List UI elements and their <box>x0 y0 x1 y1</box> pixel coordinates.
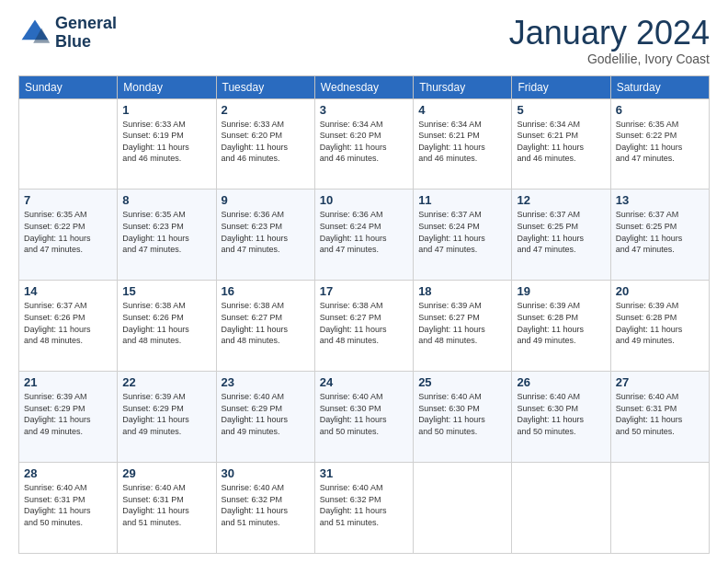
day-number: 9 <box>222 193 310 207</box>
day-info: Sunrise: 6:40 AM Sunset: 6:31 PM Dayligh… <box>122 482 210 528</box>
week-row-5: 28Sunrise: 6:40 AM Sunset: 6:31 PM Dayli… <box>19 463 710 554</box>
day-info: Sunrise: 6:37 AM Sunset: 6:24 PM Dayligh… <box>418 209 506 255</box>
table-row: 12Sunrise: 6:37 AM Sunset: 6:25 PM Dayli… <box>512 190 610 281</box>
table-row: 21Sunrise: 6:39 AM Sunset: 6:29 PM Dayli… <box>19 372 118 463</box>
table-row: 8Sunrise: 6:35 AM Sunset: 6:23 PM Daylig… <box>118 190 216 281</box>
table-row: 7Sunrise: 6:35 AM Sunset: 6:22 PM Daylig… <box>19 190 118 281</box>
table-row: 4Sunrise: 6:34 AM Sunset: 6:21 PM Daylig… <box>414 98 512 190</box>
day-info: Sunrise: 6:38 AM Sunset: 6:27 PM Dayligh… <box>222 300 310 346</box>
logo-line1: General <box>55 15 117 33</box>
table-row: 3Sunrise: 6:34 AM Sunset: 6:20 PM Daylig… <box>314 98 413 190</box>
day-info: Sunrise: 6:39 AM Sunset: 6:28 PM Dayligh… <box>517 300 605 346</box>
day-number: 28 <box>24 466 112 480</box>
table-row: 5Sunrise: 6:34 AM Sunset: 6:21 PM Daylig… <box>512 98 610 190</box>
table-row: 27Sunrise: 6:40 AM Sunset: 6:31 PM Dayli… <box>610 372 709 463</box>
table-row: 15Sunrise: 6:38 AM Sunset: 6:26 PM Dayli… <box>118 281 216 372</box>
day-number: 15 <box>122 284 210 298</box>
week-row-1: 1Sunrise: 6:33 AM Sunset: 6:19 PM Daylig… <box>19 98 710 190</box>
day-number: 26 <box>517 375 605 389</box>
col-thursday: Thursday <box>414 75 512 98</box>
day-number: 31 <box>320 466 408 480</box>
table-row <box>610 463 709 554</box>
table-row: 13Sunrise: 6:37 AM Sunset: 6:25 PM Dayli… <box>610 190 709 281</box>
day-info: Sunrise: 6:33 AM Sunset: 6:20 PM Dayligh… <box>222 119 310 165</box>
table-row: 23Sunrise: 6:40 AM Sunset: 6:29 PM Dayli… <box>216 372 314 463</box>
table-row: 22Sunrise: 6:39 AM Sunset: 6:29 PM Dayli… <box>118 372 216 463</box>
table-row: 31Sunrise: 6:40 AM Sunset: 6:32 PM Dayli… <box>314 463 413 554</box>
day-info: Sunrise: 6:40 AM Sunset: 6:30 PM Dayligh… <box>517 391 605 437</box>
day-info: Sunrise: 6:39 AM Sunset: 6:28 PM Dayligh… <box>616 300 704 346</box>
header: General Blue January 2024 Godelilie, Ivo… <box>18 15 710 66</box>
day-info: Sunrise: 6:38 AM Sunset: 6:26 PM Dayligh… <box>122 300 210 346</box>
day-number: 29 <box>122 466 210 480</box>
day-info: Sunrise: 6:38 AM Sunset: 6:27 PM Dayligh… <box>320 300 408 346</box>
day-number: 11 <box>418 193 506 207</box>
day-info: Sunrise: 6:40 AM Sunset: 6:32 PM Dayligh… <box>222 482 310 528</box>
day-info: Sunrise: 6:35 AM Sunset: 6:22 PM Dayligh… <box>24 209 112 255</box>
day-number: 19 <box>517 284 605 298</box>
day-number: 24 <box>320 375 408 389</box>
table-row: 29Sunrise: 6:40 AM Sunset: 6:31 PM Dayli… <box>118 463 216 554</box>
table-row: 20Sunrise: 6:39 AM Sunset: 6:28 PM Dayli… <box>610 281 709 372</box>
table-row: 28Sunrise: 6:40 AM Sunset: 6:31 PM Dayli… <box>19 463 118 554</box>
col-wednesday: Wednesday <box>314 75 413 98</box>
day-number: 18 <box>418 284 506 298</box>
col-monday: Monday <box>118 75 216 98</box>
day-info: Sunrise: 6:40 AM Sunset: 6:31 PM Dayligh… <box>616 391 704 437</box>
month-title: January 2024 <box>509 15 710 52</box>
day-info: Sunrise: 6:40 AM Sunset: 6:32 PM Dayligh… <box>320 482 408 528</box>
day-number: 27 <box>616 375 704 389</box>
header-row: Sunday Monday Tuesday Wednesday Thursday… <box>19 75 710 98</box>
table-row <box>512 463 610 554</box>
page: General Blue January 2024 Godelilie, Ivo… <box>0 0 728 563</box>
col-tuesday: Tuesday <box>216 75 314 98</box>
day-info: Sunrise: 6:37 AM Sunset: 6:26 PM Dayligh… <box>24 300 112 346</box>
day-info: Sunrise: 6:40 AM Sunset: 6:30 PM Dayligh… <box>320 391 408 437</box>
table-row: 14Sunrise: 6:37 AM Sunset: 6:26 PM Dayli… <box>19 281 118 372</box>
day-number: 2 <box>222 103 310 117</box>
title-block: January 2024 Godelilie, Ivory Coast <box>509 15 710 66</box>
table-row: 2Sunrise: 6:33 AM Sunset: 6:20 PM Daylig… <box>216 98 314 190</box>
table-row: 17Sunrise: 6:38 AM Sunset: 6:27 PM Dayli… <box>314 281 413 372</box>
day-number: 10 <box>320 193 408 207</box>
day-info: Sunrise: 6:37 AM Sunset: 6:25 PM Dayligh… <box>616 209 704 255</box>
table-row: 19Sunrise: 6:39 AM Sunset: 6:28 PM Dayli… <box>512 281 610 372</box>
day-info: Sunrise: 6:35 AM Sunset: 6:22 PM Dayligh… <box>616 119 704 165</box>
day-number: 3 <box>320 103 408 117</box>
location-subtitle: Godelilie, Ivory Coast <box>509 52 710 66</box>
day-number: 13 <box>616 193 704 207</box>
day-number: 6 <box>616 103 704 117</box>
day-info: Sunrise: 6:37 AM Sunset: 6:25 PM Dayligh… <box>517 209 605 255</box>
table-row <box>19 98 118 190</box>
day-number: 20 <box>616 284 704 298</box>
table-row: 6Sunrise: 6:35 AM Sunset: 6:22 PM Daylig… <box>610 98 709 190</box>
table-row: 1Sunrise: 6:33 AM Sunset: 6:19 PM Daylig… <box>118 98 216 190</box>
day-number: 1 <box>122 103 210 117</box>
col-friday: Friday <box>512 75 610 98</box>
day-number: 30 <box>222 466 310 480</box>
day-number: 25 <box>418 375 506 389</box>
table-row: 26Sunrise: 6:40 AM Sunset: 6:30 PM Dayli… <box>512 372 610 463</box>
week-row-4: 21Sunrise: 6:39 AM Sunset: 6:29 PM Dayli… <box>19 372 710 463</box>
col-saturday: Saturday <box>610 75 709 98</box>
day-number: 4 <box>418 103 506 117</box>
day-number: 8 <box>122 193 210 207</box>
day-info: Sunrise: 6:40 AM Sunset: 6:30 PM Dayligh… <box>418 391 506 437</box>
day-number: 14 <box>24 284 112 298</box>
table-row: 10Sunrise: 6:36 AM Sunset: 6:24 PM Dayli… <box>314 190 413 281</box>
day-number: 16 <box>222 284 310 298</box>
day-number: 12 <box>517 193 605 207</box>
table-row <box>414 463 512 554</box>
table-row: 18Sunrise: 6:39 AM Sunset: 6:27 PM Dayli… <box>414 281 512 372</box>
day-number: 21 <box>24 375 112 389</box>
day-number: 23 <box>222 375 310 389</box>
day-info: Sunrise: 6:34 AM Sunset: 6:20 PM Dayligh… <box>320 119 408 165</box>
day-info: Sunrise: 6:36 AM Sunset: 6:23 PM Dayligh… <box>222 209 310 255</box>
day-info: Sunrise: 6:35 AM Sunset: 6:23 PM Dayligh… <box>122 209 210 255</box>
calendar-table: Sunday Monday Tuesday Wednesday Thursday… <box>18 75 710 554</box>
day-info: Sunrise: 6:34 AM Sunset: 6:21 PM Dayligh… <box>418 119 506 165</box>
day-info: Sunrise: 6:40 AM Sunset: 6:31 PM Dayligh… <box>24 482 112 528</box>
logo-line2: Blue <box>55 33 117 52</box>
day-number: 7 <box>24 193 112 207</box>
day-info: Sunrise: 6:34 AM Sunset: 6:21 PM Dayligh… <box>517 119 605 165</box>
